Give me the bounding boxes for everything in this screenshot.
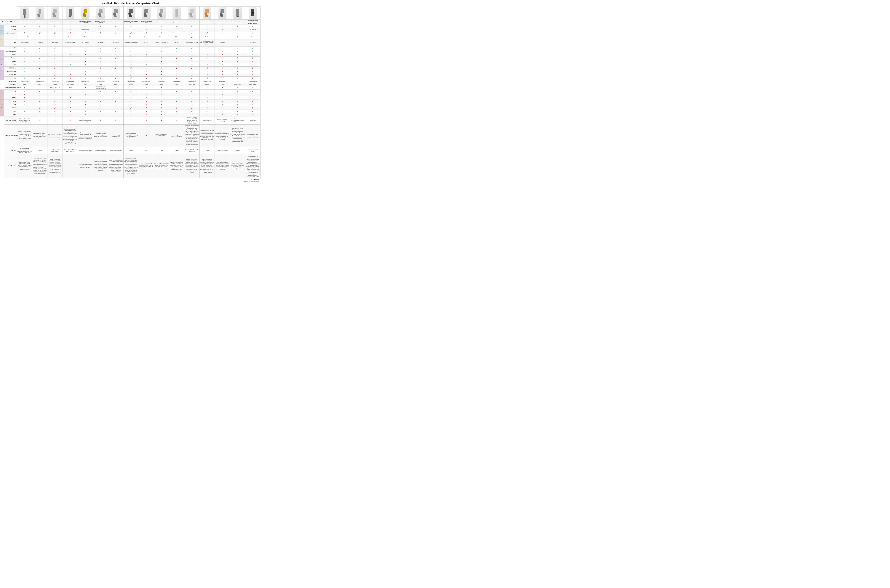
cell-rfid-13: ✗ <box>215 100 230 103</box>
cell-p2f-11: ✗ <box>184 103 200 106</box>
cell-scan_pattern-9: Area Imager <box>154 80 169 83</box>
row-label: Graphics Formats Supported <box>4 86 17 90</box>
cell-spp-14: ✗ <box>230 76 245 80</box>
cell-operating_system-2: ✗ <box>48 117 63 124</box>
cell-scan_pattern-8: Omnidirectional <box>139 80 154 83</box>
cell-warranty-15: 12 months standard warranty <box>245 147 260 154</box>
cell-pdf417-15: ✓ <box>245 96 260 100</box>
cell-rs232-1: ✗ <box>32 53 48 57</box>
cell-bluetooth-15: ✓ <box>245 32 260 35</box>
cell-usb-4: ✗ <box>78 63 93 67</box>
cell-dpm-15: ✗ <box>245 113 260 117</box>
cell-1d-10: ✓ <box>169 90 185 93</box>
cell-rs485-6: ✓ <box>108 60 123 63</box>
cell-p2f-13: ✓ <box>215 103 230 106</box>
cell-rs485-4: ✗ <box>78 60 93 63</box>
cell-rs232-15: ✗ <box>245 53 260 57</box>
cell-postal-11: ✗ <box>184 106 200 110</box>
cell-ocr-8: ✗ <box>139 110 154 113</box>
cell-ocr-12: ✓ <box>200 110 215 113</box>
cell-usb20_host-0: ✓ <box>17 67 32 70</box>
cell-rs485-13: ✗ <box>215 60 230 63</box>
svg-rect-9 <box>83 13 86 17</box>
row-label: Handheld <box>4 25 17 28</box>
cell-usb-10: ✓ <box>169 63 185 67</box>
svg-rect-1 <box>24 15 26 18</box>
cell-graphics_formats-8: ✗ <box>139 86 154 90</box>
cell-other_features-11: Ideal for use in special lighting condit… <box>184 154 200 178</box>
cell-usb20_host-12: ✗ <box>200 67 215 70</box>
cell-dpm-8: ✗ <box>139 113 154 117</box>
cell-other_features-9: iOS and Android compatible; 3D feet tran… <box>154 154 169 178</box>
cell-usb20_host-10: ✗ <box>169 67 185 70</box>
cell-dist_min-10: 4.2cm <box>169 35 185 39</box>
cell-rfid-4: ✗ <box>78 100 93 103</box>
cell-wand_emulation-3: ✓ <box>63 70 78 73</box>
cell-usb-15: ✓ <box>245 63 260 67</box>
cell-dist_max-6: 23.5 inches <box>108 39 123 46</box>
cell-synapse-10: ✗ <box>169 57 185 60</box>
cell-spp-6: ✓ <box>108 76 123 80</box>
row-label: USB 2.0 Host <box>4 67 17 70</box>
cell-ocr-5: ✓ <box>93 110 108 113</box>
cell-keyboard_wedge-5: ✓ <box>93 50 108 53</box>
table-row: OCR✓✗✗✗✗✓✓✗✗✗✗✗✓✓✗✗ <box>0 110 261 113</box>
cell-spp-13: ✓ <box>215 76 230 80</box>
svg-rect-26 <box>219 13 223 17</box>
cell-wand_emulation-14: ✗ <box>230 70 245 73</box>
cell-1d-6: ✓ <box>108 90 123 93</box>
cell-dist_min-14: ✗ <box>230 35 245 39</box>
cell-graphics_formats-5: BMP, JPEG, TIFF, Grayscale 256: 16, 2 <box>93 86 108 90</box>
cell-dpm-11: ✗ <box>184 113 200 117</box>
row-label: Operating System <box>4 117 17 124</box>
cell-rfid-11: ✗ <box>184 100 200 103</box>
cell-corded-13: ✓ <box>215 28 230 32</box>
cell-other_features-5: Motorola motion sensing technology; high… <box>93 154 108 178</box>
cell-bluetooth-1: ✗ <box>32 32 48 35</box>
cell-dist_max-12: 1D (16 mil Code 39): 190 mm, 2D (10 mil … <box>200 39 215 46</box>
cell-2d-13: ✓ <box>215 93 230 96</box>
cell-pdf417-5: ✓ <box>93 96 108 100</box>
cell-keyboard_wedge-11: ✓ <box>184 50 200 53</box>
table-row: RFID✗✗✗✗✗✗✗✓✗✗✗✗✗✗✗✗ <box>0 100 261 103</box>
cell-other_features-6: lithium-ion better, bluetooth 2.1 interf… <box>108 154 123 178</box>
cell-usb-2: ✓ <box>48 63 63 67</box>
cell-technology-0: Imager <box>17 83 32 86</box>
cell-technology-9: Imager <box>154 83 169 86</box>
cell-rs232-4: ✗ <box>78 53 93 57</box>
cell-wand_emulation-8: ✓ <box>139 70 154 73</box>
table-row: Synapse✓✓✓✓✗✓✓✓✓✗✗✗✓✓✗✗ <box>0 57 261 60</box>
table-row: Software CompatibilityDepends on GPS Sof… <box>0 124 261 147</box>
svg-rect-24 <box>204 13 208 17</box>
cell-dist_max-1: 15.2 inches <box>32 39 48 46</box>
cell-technology-15: Laser, Imager <box>245 83 260 86</box>
cell-keyboard_wedge-2: ✓ <box>48 50 63 53</box>
cell-keyboard_wedge-10: ✓ <box>169 50 185 53</box>
cell-usb-0: ✓ <box>17 63 32 67</box>
row-label: RFID <box>4 100 17 103</box>
cell-pdf417-0: ✗ <box>17 96 32 100</box>
cell-dpm-12: ✓ <box>200 113 215 117</box>
cell-ocr-15: ✗ <box>245 110 260 113</box>
product-name-13: Honeywell Granit 1901i <box>215 20 230 25</box>
cell-rs232-10: ✗ <box>169 53 185 57</box>
cell-postal-15: ✗ <box>245 106 260 110</box>
cell-warranty-8: 3 years <box>139 147 154 154</box>
cell-rs232-3: ✗ <box>63 53 78 57</box>
cell-dim-3: ✓ <box>63 46 78 50</box>
cell-dist_min-6: 0 inches <box>108 35 123 39</box>
cell-warranty-10: 2 years <box>169 147 185 154</box>
product-name-11: Socket CHS 7Xi <box>184 20 200 25</box>
cell-rfid-2: ✗ <box>48 100 63 103</box>
cell-warranty-6: 3 year factory warranty <box>108 147 123 154</box>
table-row: Interfaces SupportedKeyboard Wedge✓✗✓✓✓✓… <box>0 50 261 53</box>
svg-rect-17 <box>144 13 147 17</box>
cell-rs485-8: ✓ <box>139 60 154 63</box>
cell-usb20_host-3: ✓ <box>63 67 78 70</box>
cell-dist_max-15: 20.2 inches <box>245 39 260 46</box>
row-label: Max <box>4 39 17 46</box>
cell-usb-6: ✓ <box>108 63 123 67</box>
cell-1d-2: ✓ <box>48 90 63 93</box>
table-row: Graphics Formats Supported✗✗Bitmap, JPEG… <box>0 86 261 90</box>
cell-scan_pattern-11: omnidirectional <box>184 80 200 83</box>
